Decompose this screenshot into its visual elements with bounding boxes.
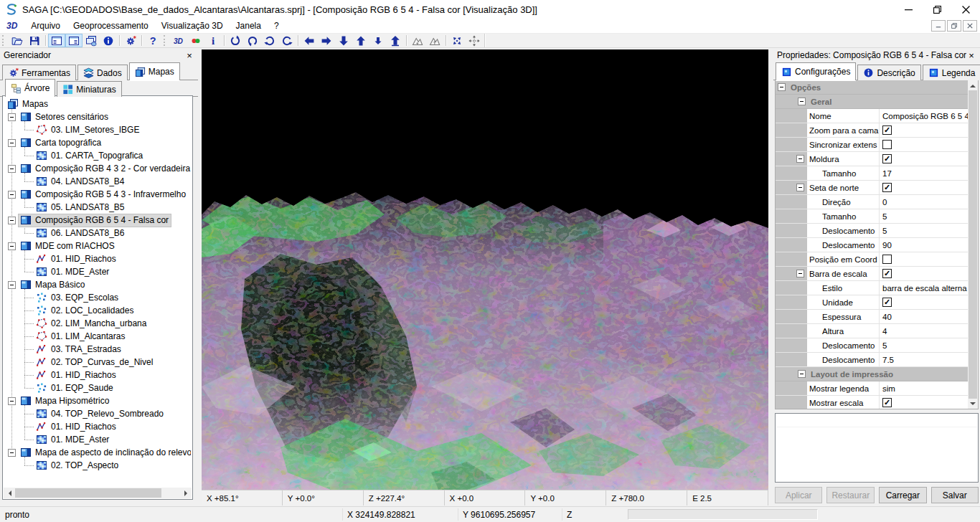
exaggerate-more-button[interactable] xyxy=(426,34,443,47)
tree-item-02-top-curvas-de-nivel-20[interactable]: 02. TOP_Curvas_de_Nivel xyxy=(4,356,191,369)
help-button[interactable]: ? xyxy=(144,34,161,47)
expander-icon[interactable] xyxy=(8,217,16,224)
shift-left-button[interactable] xyxy=(301,34,318,47)
close-button[interactable] xyxy=(951,0,980,19)
prop-value-deslocamento-18[interactable]: 5 xyxy=(879,338,968,352)
child-restore-button[interactable] xyxy=(947,20,961,32)
expander-icon[interactable] xyxy=(796,184,804,191)
tree-item-03-lim-setores-ibge-2[interactable]: 03. LIM_Setores_IBGE xyxy=(4,123,191,136)
ptab-configura-es[interactable]: Configurações xyxy=(776,62,856,80)
scroll-down-button[interactable] xyxy=(968,399,978,409)
expander-icon[interactable] xyxy=(798,370,806,378)
manager-close-button[interactable]: × xyxy=(184,51,194,60)
tree-item-01-hid-riachos-21[interactable]: 01. HID_Riachos xyxy=(4,369,191,381)
prop-value-tamanho-9[interactable]: 5 xyxy=(879,209,968,223)
prop-value-nome-2[interactable]: Composição RGB 6 5 4 xyxy=(879,109,968,123)
tree-item-01-lim-alcantaras-18[interactable]: 01. LIM_Alcantaras xyxy=(4,330,191,343)
anaglyph-button[interactable] xyxy=(187,34,204,47)
prop-value-barra-de-escala-13[interactable]: ✓ xyxy=(879,267,968,280)
prop-value-altura-17[interactable]: 4 xyxy=(879,324,968,338)
restore-button[interactable] xyxy=(923,0,951,19)
central-projection-button[interactable] xyxy=(448,34,466,47)
prop-group-layout-de-impress-o[interactable]: Layout de impressão xyxy=(776,367,968,381)
tree-item-01-mde-aster-13[interactable]: 01. MDE_Aster xyxy=(4,265,191,278)
child-window-menu-icon[interactable]: 3D xyxy=(6,21,17,31)
grid-vertical-scrollbar[interactable] xyxy=(968,80,978,409)
tree-item-01-hid-riachos-25[interactable]: 01. HID_Riachos xyxy=(4,420,191,433)
carregar-button[interactable]: Carregar xyxy=(879,487,926,503)
scroll-thumb[interactable] xyxy=(969,90,977,399)
menu-janela[interactable]: Janela xyxy=(230,19,268,32)
toolbar-grip[interactable] xyxy=(164,35,167,46)
object-properties-button[interactable]: i xyxy=(204,34,222,47)
3d-view-button[interactable]: 3D xyxy=(170,34,187,47)
terrain-3d-canvas[interactable] xyxy=(202,49,768,490)
prop-value-zoom-para-a-cama-3[interactable]: ✓ xyxy=(879,123,968,137)
prop-value-mostrar-escala-22[interactable]: ✓ xyxy=(879,396,968,409)
expander-icon[interactable] xyxy=(8,191,16,199)
tree-item-mapas-0[interactable]: Mapas xyxy=(4,98,191,110)
checkbox-icon[interactable]: ✓ xyxy=(882,154,892,163)
subtab-miniaturas[interactable]: Miniaturas xyxy=(57,81,121,97)
child-close-button[interactable] xyxy=(963,20,977,32)
expander-icon[interactable] xyxy=(8,449,16,457)
scroll-right-button[interactable] xyxy=(180,488,192,498)
checkbox-icon[interactable]: ✓ xyxy=(882,183,892,192)
rotate-right-button[interactable] xyxy=(278,34,296,47)
prop-value-posi-o-em-coord-12[interactable] xyxy=(879,252,968,266)
tree-item-04-landsat8-b4-6[interactable]: 04. LANDSAT8_B4 xyxy=(4,175,191,188)
expander-icon[interactable] xyxy=(8,113,16,121)
checkbox-icon[interactable]: ✓ xyxy=(882,125,892,135)
ptab-legenda[interactable]: Legenda xyxy=(923,65,980,80)
tree-item-01-mde-aster-26[interactable]: 01. MDE_Aster xyxy=(4,433,191,446)
child-minimize-button[interactable] xyxy=(931,20,946,32)
menu-geoprocessamento[interactable]: Geoprocessamento xyxy=(67,19,155,32)
tree-item-02-lim-mancha-urbana-17[interactable]: 02. LIM_Mancha_urbana xyxy=(4,317,191,330)
object-info-button[interactable] xyxy=(100,34,117,47)
checkbox-icon[interactable]: ✓ xyxy=(882,269,892,278)
checkbox-icon[interactable] xyxy=(882,255,892,264)
save-button[interactable] xyxy=(26,34,43,47)
menu-visualiza-o-3d[interactable]: Visualização 3D xyxy=(155,19,230,32)
expander-icon[interactable] xyxy=(8,242,16,250)
tree-item-01-eqp-saude-22[interactable]: 01. EQP_Saude xyxy=(4,381,191,394)
ptab-descri-o[interactable]: Descrição xyxy=(857,65,920,80)
tree-horizontal-scrollbar[interactable] xyxy=(4,488,192,498)
expander-icon[interactable] xyxy=(796,155,804,163)
salvar-button[interactable]: Salvar xyxy=(931,487,979,503)
toolbar-grip[interactable] xyxy=(2,35,6,46)
show-manager-button[interactable] xyxy=(48,34,65,47)
exaggerate-less-button[interactable] xyxy=(409,34,426,47)
minimize-button[interactable] xyxy=(894,0,923,19)
tools-button[interactable] xyxy=(122,34,139,47)
prop-group-op-es[interactable]: Opções xyxy=(776,80,968,95)
tree-item-06-landsat8-b6-10[interactable]: 06. LANDSAT8_B6 xyxy=(4,227,191,239)
prop-group-geral[interactable]: Geral xyxy=(776,95,968,109)
shift-right-button[interactable] xyxy=(318,34,335,47)
prop-value-estilo-14[interactable]: barra de escala alterna xyxy=(879,281,968,295)
tree-item-01-hid-riachos-12[interactable]: 01. HID_Riachos xyxy=(4,252,191,265)
scroll-track[interactable] xyxy=(15,488,180,498)
prop-value-unidade-15[interactable]: ✓ xyxy=(879,295,968,309)
expander-icon[interactable] xyxy=(8,139,16,147)
interactive-mode-button[interactable] xyxy=(466,34,483,47)
tree-item-03-tra-estradas-19[interactable]: 03. TRA_Estradas xyxy=(4,343,191,356)
prop-value-seta-de-norte-7[interactable]: ✓ xyxy=(879,181,968,194)
tree-item-05-landsat8-b5-8[interactable]: 05. LANDSAT8_B5 xyxy=(4,201,191,214)
aplicar-button[interactable]: Aplicar xyxy=(775,487,822,503)
shift-down-button[interactable] xyxy=(335,34,352,47)
expander-icon[interactable] xyxy=(796,270,804,277)
prop-value-deslocamento-11[interactable]: 90 xyxy=(879,238,968,252)
rotate-up-button[interactable] xyxy=(227,34,244,47)
prop-value-deslocamento-10[interactable]: 5 xyxy=(879,224,968,237)
rotate-left-button[interactable] xyxy=(261,34,278,47)
tree-item-02-top-aspecto-28[interactable]: 02. TOP_Aspecto xyxy=(4,459,191,472)
properties-close-button[interactable]: × xyxy=(966,51,976,60)
restaurar-button[interactable]: Restaurar xyxy=(826,487,875,503)
tab-dados[interactable]: Dados xyxy=(77,65,128,80)
tree-item-mapa-de-aspecto-de-inclina-o-do-relevo-27[interactable]: Mapa de aspecto de inclinação do relevo xyxy=(4,446,191,459)
parameter-description-box[interactable] xyxy=(775,413,979,483)
checkbox-icon[interactable] xyxy=(882,140,892,149)
prop-value-dire-o-8[interactable]: 0 xyxy=(879,195,968,209)
prop-value-deslocamento-19[interactable]: 7.5 xyxy=(879,353,968,366)
